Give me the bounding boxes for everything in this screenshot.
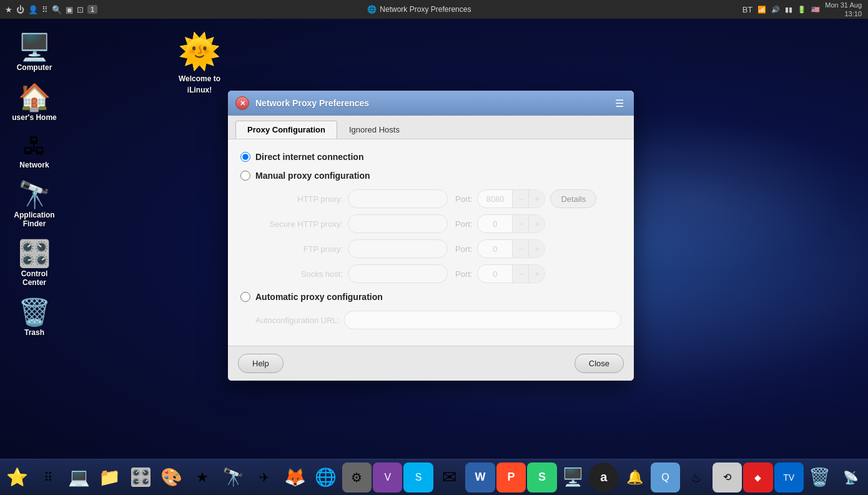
dialog-titlebar: ✕ Network Proxy Preferences ☰ [228, 91, 634, 116]
search-icon[interactable]: 🔍 [52, 5, 62, 14]
dock-vlc[interactable]: 🔔 [619, 462, 649, 492]
dock-teamviewer[interactable]: TV [774, 462, 804, 492]
dock-wps[interactable]: P [496, 462, 526, 492]
dock-colors[interactable]: 🎨 [157, 462, 186, 492]
volume-icon[interactable]: 🔊 [771, 6, 780, 14]
dialog-footer: Help Close [228, 346, 634, 381]
window2-icon[interactable]: ⊡ [77, 5, 84, 14]
dock-timeshift[interactable]: ⟲ [713, 462, 742, 492]
dialog-close-button[interactable]: ✕ [235, 96, 249, 110]
dock-mail2[interactable]: ⚙ [342, 462, 372, 492]
secure-http-port-minus[interactable]: − [512, 215, 528, 232]
taskbar-left-icons: ★ ⏻ 👤 ⠿ 🔍 ▣ ⊡ 1 [0, 5, 102, 14]
dock-star2[interactable]: ★ [188, 462, 217, 492]
datetime[interactable]: Mon 31 Aug 13:10 [825, 1, 862, 19]
dock-word[interactable]: W [465, 462, 495, 492]
secure-http-input[interactable] [348, 214, 448, 233]
socks-port-plus[interactable]: + [528, 265, 545, 282]
window-title-text: Network Proxy Preferences [380, 5, 471, 14]
network-icon[interactable]: 📶 [757, 6, 766, 14]
http-port-minus[interactable]: − [512, 190, 528, 208]
socks-label: Socks host: [255, 269, 343, 279]
bluetooth-icon[interactable]: BT [742, 5, 753, 14]
manual-label: Manual proxy configuration [255, 171, 370, 181]
dock-firefox[interactable]: 🦊 [280, 462, 310, 492]
dock-files[interactable]: 💻 [64, 462, 94, 492]
workspace-num[interactable]: 1 [87, 5, 97, 14]
dock-anon[interactable]: a [589, 462, 618, 492]
dock-star[interactable]: ⭐ [2, 462, 32, 492]
http-port-input[interactable] [478, 194, 512, 204]
direct-label: Direct internet connection [255, 152, 363, 162]
http-details-button[interactable]: Details [550, 189, 596, 208]
dock-skype[interactable]: S [403, 462, 433, 492]
dock-chrome[interactable]: 🌐 [311, 462, 340, 492]
star-icon[interactable]: ★ [5, 5, 12, 14]
dock-usb[interactable]: 📡 [836, 462, 865, 492]
dock-filemanager[interactable]: 📁 [95, 462, 124, 492]
taskbar-bottom: ⭐ ⠿ 💻 📁 🎛️ 🎨 ★ 🔭 ✈ 🦊 🌐 ⚙ V S ✉ W P S 🖥️ … [0, 459, 868, 495]
help-button[interactable]: Help [238, 354, 284, 373]
http-proxy-label: HTTP proxy: [255, 194, 343, 204]
socks-port-label: Port: [455, 269, 472, 279]
window-icon-small: 🌐 [367, 5, 377, 14]
apps-icon[interactable]: ⠿ [42, 5, 48, 14]
socks-input[interactable] [348, 264, 448, 283]
dock-trash[interactable]: 🗑️ [805, 462, 834, 492]
autoconfig-label: Autoconfiguration URL: [255, 316, 339, 325]
direct-radio[interactable] [240, 152, 250, 162]
socks-port-control: − + [477, 264, 545, 283]
manual-radio[interactable] [240, 171, 250, 181]
socks-port-minus[interactable]: − [512, 265, 528, 282]
ftp-port-plus[interactable]: + [528, 240, 545, 258]
http-proxy-row: HTTP proxy: Port: − + Details [255, 189, 621, 208]
manual-proxy-option[interactable]: Manual proxy configuration [240, 171, 621, 181]
network-proxy-dialog: ✕ Network Proxy Preferences ☰ Proxy Conf… [228, 91, 634, 381]
dialog-menu-button[interactable]: ☰ [613, 96, 626, 111]
ftp-proxy-row: FTP proxy: Port: − + [255, 239, 621, 258]
http-port-label: Port: [455, 194, 472, 204]
socks-port-input[interactable] [478, 269, 512, 279]
automatic-radio[interactable] [240, 292, 250, 302]
ftp-port-label: Port: [455, 244, 472, 254]
direct-connection-option[interactable]: Direct internet connection [240, 152, 621, 162]
secure-http-port-input[interactable] [478, 219, 512, 229]
signal-icon[interactable]: ▮▮ [785, 6, 792, 14]
ftp-proxy-input[interactable] [348, 239, 448, 258]
dock-torrent[interactable]: Q [651, 462, 680, 492]
dock-monitor[interactable]: 🖥️ [558, 462, 588, 492]
dock-thunderbird[interactable]: ✉ [435, 462, 464, 492]
window-icon[interactable]: ▣ [66, 5, 73, 14]
ftp-port-minus[interactable]: − [512, 240, 528, 258]
secure-http-port-plus[interactable]: + [528, 215, 545, 232]
automatic-proxy-option[interactable]: Automatic proxy configuration [240, 292, 621, 302]
secure-http-port-label: Port: [455, 219, 472, 229]
dialog-content: Direct internet connection Manual proxy … [228, 139, 634, 346]
dock-anydesk[interactable]: ◆ [743, 462, 772, 492]
http-port-plus[interactable]: + [528, 190, 545, 208]
power-icon[interactable]: ⏻ [16, 5, 24, 14]
flag-icon[interactable]: 🇺🇸 [811, 6, 820, 14]
dock-telescope[interactable]: 🔭 [219, 462, 248, 492]
ftp-port-control: − + [477, 239, 545, 258]
secure-http-proxy-row: Secure HTTP proxy: Port: − + [255, 214, 621, 233]
dock-steam[interactable]: ♨ [681, 462, 711, 492]
close-button[interactable]: Close [575, 354, 624, 373]
dock-sheet[interactable]: S [527, 462, 556, 492]
user-icon[interactable]: 👤 [28, 5, 38, 14]
dock-settings[interactable]: 🎛️ [126, 462, 155, 492]
http-port-control: − + [477, 189, 545, 208]
tab-proxy-config[interactable]: Proxy Configuration [235, 121, 337, 139]
ftp-port-input[interactable] [478, 244, 512, 254]
http-proxy-input[interactable] [348, 189, 448, 208]
battery-icon[interactable]: 🔋 [797, 6, 806, 14]
automatic-label: Automatic proxy configuration [255, 292, 383, 302]
autoconfig-input[interactable] [344, 311, 621, 329]
dock-swift[interactable]: ✈ [249, 462, 279, 492]
window-title-bar: 🌐 Network Proxy Preferences [102, 5, 736, 14]
tab-ignored-hosts[interactable]: Ignored Hosts [337, 121, 412, 139]
dialog-title: Network Proxy Preferences [255, 98, 606, 108]
desktop: ★ ⏻ 👤 ⠿ 🔍 ▣ ⊡ 1 🌐 Network Proxy Preferen… [0, 0, 868, 495]
dock-viber[interactable]: V [373, 462, 402, 492]
dock-apps[interactable]: ⠿ [33, 462, 62, 492]
